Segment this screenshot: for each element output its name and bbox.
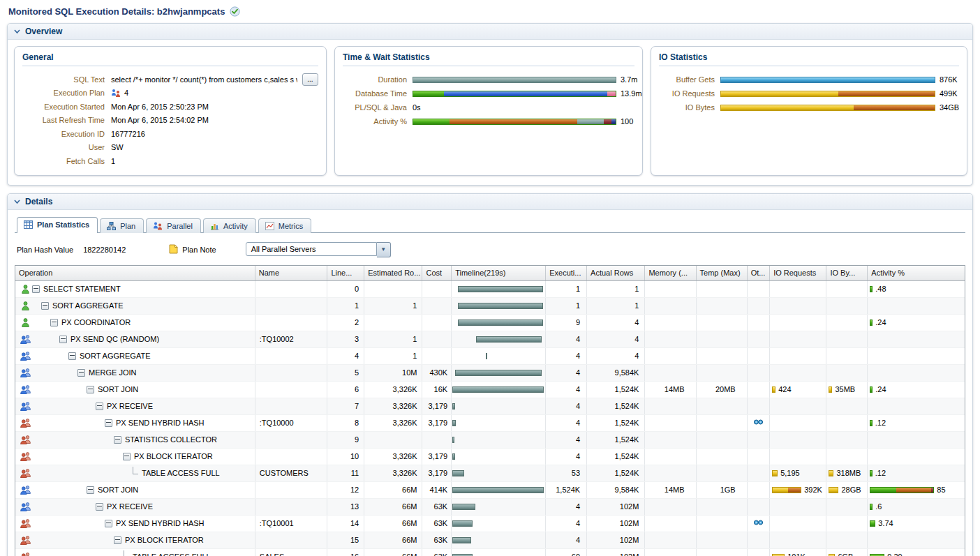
operation-label: SELECT STATEMENT (43, 285, 121, 293)
operation-cell-content: PX BLOCK ITERATOR (15, 532, 255, 548)
name-cell (255, 498, 327, 515)
operation-label: STATISTICS COLLECTOR (125, 435, 217, 444)
io-requests-cell: 5,195 (770, 465, 826, 481)
stat-value: 34GB (940, 103, 959, 112)
collapse-overview-icon[interactable] (13, 28, 21, 35)
plan-table-row[interactable]: PX RECEIVE73,326K3,17941,524K (15, 398, 965, 414)
activity-cell: .12 (868, 414, 965, 431)
green-segment (870, 421, 872, 426)
collapse-node-icon[interactable] (50, 319, 58, 326)
parallel-server-select[interactable]: All Parallel Servers (246, 242, 377, 256)
overview-section-header[interactable]: Overview (8, 24, 972, 40)
plan-table-row[interactable]: SORT AGGREGATE4144 (15, 347, 965, 364)
collapse-node-icon[interactable] (114, 536, 121, 544)
plan-note-button[interactable]: Plan Note (169, 244, 216, 255)
other-cell (747, 364, 770, 381)
plan-table-row[interactable]: SORT JOIN1266M414K1,524K9,584K14MB1GB392… (15, 481, 965, 498)
io-requests-cell-content (770, 365, 826, 381)
collapse-node-icon[interactable] (77, 369, 85, 377)
timeline-bar (452, 554, 473, 556)
operation-cell: PX RECEIVE (15, 498, 255, 515)
stat-label: IO Requests (659, 89, 715, 98)
actual-rows-cell: 4 (587, 347, 645, 364)
io-requests-cell (770, 431, 826, 448)
operation-cell: SORT AGGREGATE (15, 347, 255, 364)
parallel-set-blue-icon (18, 486, 32, 495)
tab-activity[interactable]: Activity (203, 218, 256, 233)
tab-plan-statistics[interactable]: Plan Statistics (17, 217, 98, 233)
collapse-node-icon[interactable] (105, 520, 112, 527)
collapse-node-icon[interactable] (105, 419, 112, 427)
plan-table-row[interactable]: PX SEND HYBRID HASH:TQ1000083,326K3,1794… (15, 414, 965, 431)
line-cell: 2 (327, 314, 364, 331)
plan-table-row[interactable]: MERGE JOIN510M430K49,584K (15, 364, 965, 381)
general-field-row: Fetch Calls1 (22, 154, 318, 168)
memory-cell (645, 448, 696, 465)
plan-table-row[interactable]: PX RECEIVE1366M63K4102M.6 (15, 498, 965, 515)
timeline-track (452, 298, 544, 314)
temp-cell (696, 331, 747, 347)
cost-cell: 16K (422, 381, 452, 398)
plan-table-row[interactable]: PX SEND QC (RANDOM):TQ100023144 (15, 331, 965, 347)
collapse-node-icon[interactable] (123, 453, 131, 460)
general-field-row: Execution Plan4 (22, 87, 318, 100)
operation-cell: PX BLOCK ITERATOR (15, 532, 255, 548)
stat-bar-zone (720, 76, 935, 84)
temp-cell (696, 297, 747, 314)
timeline-cell (452, 532, 546, 548)
activity-cell-value: .6 (875, 502, 882, 511)
collapse-node-icon[interactable] (114, 436, 121, 444)
tab-plan[interactable]: Plan (100, 218, 144, 233)
io-bytes-cell-content (826, 331, 867, 347)
executions-cell: 4 (546, 398, 587, 414)
plan-table-row[interactable]: TABLE ACCESS FULLCUSTOMERS113,326K3,1795… (15, 465, 965, 481)
dropdown-arrow-button[interactable]: ▼ (377, 242, 391, 257)
collapse-details-icon[interactable] (13, 198, 21, 205)
plan-table-row[interactable]: SORT JOIN63,326K16K41,524K14MB20MB42435M… (15, 381, 965, 398)
io-requests-cell (770, 532, 826, 548)
orange-bar-segment (450, 119, 577, 124)
maroon-bar-segment (604, 119, 612, 124)
plan-table-row[interactable]: PX COORDINATOR294.24 (15, 314, 965, 331)
tree-indent (32, 339, 59, 340)
column-header-estimated-ro-: Estimated Ro... (364, 266, 422, 281)
io-bytes-cell-content (826, 365, 867, 381)
line-cell: 11 (327, 465, 364, 481)
parallel-set-blue-icon (18, 502, 32, 511)
sql-text-expand-button[interactable]: ... (302, 73, 318, 86)
activity-cell-content: .48 (868, 281, 965, 297)
collapse-node-icon[interactable] (68, 352, 76, 360)
plan-table-row[interactable]: STATISTICS COLLECTOR941,524K (15, 431, 965, 448)
details-section-header[interactable]: Details (8, 194, 972, 210)
io-requests-cell-bar (772, 386, 775, 393)
collapse-node-icon[interactable] (32, 285, 40, 293)
plan-table-row[interactable]: PX SEND HYBRID HASH:TQ100011466M63K4102M… (15, 515, 965, 532)
io-requests-cell: 424 (770, 381, 826, 398)
tree-connector-icon (124, 550, 129, 556)
tab-metrics[interactable]: Metrics (258, 218, 311, 233)
plan-table-row[interactable]: PX BLOCK ITERATOR103,326K3,17941,524K (15, 448, 965, 465)
collapse-node-icon[interactable] (87, 386, 94, 393)
activity-cell-value: .24 (875, 318, 886, 326)
io-bytes-cell (826, 297, 868, 314)
plan-table-row[interactable]: SORT AGGREGATE1111 (15, 297, 965, 314)
tab-parallel[interactable]: Parallel (146, 218, 201, 233)
plan-table-row[interactable]: TABLE ACCESS FULLSALES1666M63K69102M101K… (15, 548, 965, 556)
collapse-node-icon[interactable] (59, 336, 67, 343)
collapse-node-icon[interactable] (87, 486, 94, 494)
collapse-node-icon[interactable] (96, 503, 103, 511)
name-cell: :TQ10000 (255, 414, 327, 431)
column-header-io-by-: IO By... (826, 266, 868, 281)
collapse-node-icon[interactable] (96, 403, 103, 410)
estimated-rows-cell: 3,326K (364, 465, 422, 481)
plan-table-row[interactable]: SELECT STATEMENT011.48 (15, 280, 965, 297)
plan-table-row[interactable]: PX BLOCK ITERATOR1566M63K4102M (15, 532, 965, 548)
io-bytes-cell (826, 314, 868, 331)
stat-value-bar (720, 91, 935, 97)
timeline-cell (452, 347, 546, 364)
activity-cell: .6 (868, 498, 965, 515)
plan-note-label: Plan Note (182, 246, 216, 254)
collapse-node-icon[interactable] (41, 302, 49, 310)
executions-cell: 53 (546, 465, 587, 481)
operation-label: PX COORDINATOR (61, 318, 131, 326)
